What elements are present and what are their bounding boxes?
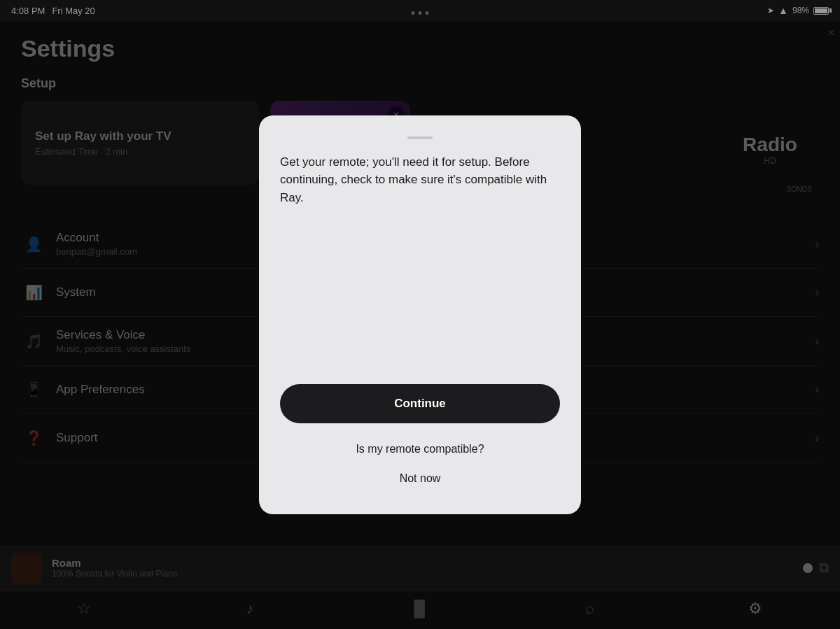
compatible-link[interactable]: Is my remote compatible?: [280, 434, 560, 464]
modal-body: Get your remote; you'll need it for setu…: [280, 153, 560, 363]
modal-overlay: Get your remote; you'll need it for setu…: [0, 0, 840, 629]
modal-actions: Continue Is my remote compatible? Not no…: [280, 384, 560, 493]
modal-drag-handle: [407, 136, 433, 139]
modal-dialog: Get your remote; you'll need it for setu…: [259, 115, 581, 514]
modal-text: Get your remote; you'll need it for setu…: [280, 153, 560, 207]
continue-button[interactable]: Continue: [280, 384, 560, 423]
not-now-button[interactable]: Not now: [280, 464, 560, 493]
